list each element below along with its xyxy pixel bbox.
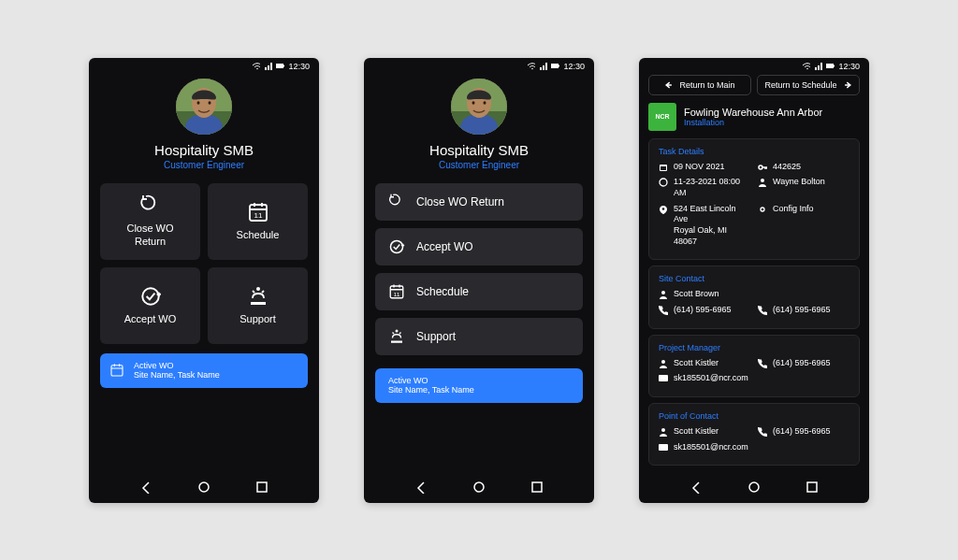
clock-label: 12:30 [838, 62, 860, 71]
status-bar: 12:30 [364, 58, 594, 75]
avatar[interactable] [451, 79, 507, 135]
signal-icon [264, 62, 272, 70]
back-button[interactable] [139, 481, 152, 494]
battery-icon [551, 62, 559, 70]
support-button[interactable]: Support [375, 318, 583, 355]
button-label: Close WO Return [416, 195, 504, 208]
clock-label: 12:30 [288, 62, 310, 71]
page-subtitle: Customer Engineer [100, 160, 308, 170]
accept-wo-tile[interactable]: Accept WO [100, 267, 200, 344]
schedule-tile[interactable]: Schedule [208, 183, 308, 260]
button-label: Accept WO [416, 240, 473, 253]
project-manager-card: Project Manager Scott Kistler (614) 595-… [648, 335, 860, 397]
android-nav-bar [364, 477, 594, 503]
phone-screen-details: 12:30 Return to Main Return to Schedule … [639, 58, 869, 503]
task-key: 442625 [758, 162, 849, 173]
active-wo-title: Active WO [388, 376, 474, 386]
battery-icon [276, 62, 284, 70]
poc-email[interactable]: sk185501@ncr.com [659, 442, 849, 453]
schedule-button[interactable]: Schecdule [375, 273, 583, 310]
company-name: Fowling Warehouse Ann Arbor [684, 107, 822, 118]
config-info-link[interactable]: Config Info [758, 204, 849, 248]
card-header: Project Manager [659, 343, 849, 352]
check-plus-icon [388, 238, 405, 255]
phone-screen-list: 12:30 Hospitality SMB Customer Engineer … [364, 58, 594, 503]
android-nav-bar [89, 477, 319, 503]
refresh-icon [388, 194, 405, 210]
tile-label: Support [240, 313, 276, 325]
contact-name: Scott Brown [659, 289, 849, 300]
active-wo-bar[interactable]: Active WO Site Name, Task Name [100, 353, 308, 389]
close-wo-return-button[interactable]: Close WO Return [375, 183, 583, 221]
card-header: Site Contact [659, 274, 849, 283]
calendar-icon [247, 201, 269, 223]
task-details-card: Task Details 09 NOV 2021 442625 11-23-20… [648, 138, 860, 261]
button-label: Return to Schedule [764, 80, 836, 90]
signal-icon [539, 62, 547, 70]
pm-name: Scott Kistler [659, 358, 750, 369]
wifi-icon [252, 62, 260, 70]
contact-phone[interactable]: (614) 595-6965 [659, 305, 750, 316]
arrow-left-icon [664, 80, 674, 90]
return-to-main-button[interactable]: Return to Main [648, 75, 751, 95]
tile-label: Close WO Return [126, 223, 173, 247]
button-label: Schecdule [416, 285, 469, 298]
pm-email[interactable]: sk185501@ncr.com [659, 373, 849, 384]
page-title: Hospitality SMB [100, 142, 308, 158]
site-contact-card: Site Contact Scott Brown (614) 595-6965 … [648, 266, 860, 328]
return-to-schedule-button[interactable]: Return to Schedule [757, 75, 860, 95]
accept-wo-button[interactable]: Accept WO [375, 228, 583, 266]
check-plus-icon [139, 285, 162, 308]
task-date: 09 NOV 2021 [659, 162, 750, 173]
back-button[interactable] [414, 481, 428, 494]
card-header: Point of Contact [659, 411, 849, 421]
task-address: 524 East Lincoln AveRoyal Oak, MI 48067 [659, 204, 750, 248]
signal-icon [814, 62, 822, 70]
battery-icon [826, 62, 835, 70]
contact-phone-alt[interactable]: (614) 595-6965 [758, 305, 849, 316]
refresh-icon [139, 194, 162, 217]
support-icon [247, 285, 269, 308]
android-nav-bar [639, 477, 869, 503]
close-wo-return-tile[interactable]: Close WO Return [100, 183, 200, 260]
task-datetime: 11-23-2021 08:00 AM [659, 177, 750, 198]
recents-button[interactable] [530, 481, 544, 494]
card-header: Task Details [659, 147, 849, 156]
home-button[interactable] [197, 481, 210, 494]
back-button[interactable] [689, 481, 703, 494]
company-header: NCR Fowling Warehouse Ann Arbor Installa… [648, 103, 860, 131]
button-label: Support [416, 330, 456, 343]
company-logo: NCR [648, 103, 676, 131]
wifi-icon [527, 62, 535, 70]
active-wo-subtitle: Site Name, Task Name [134, 370, 220, 381]
support-tile[interactable]: Support [208, 267, 308, 344]
recents-button[interactable] [806, 481, 819, 494]
calendar-icon [109, 363, 124, 378]
poc-phone[interactable]: (614) 595-6965 [758, 426, 849, 438]
calendar-icon [388, 283, 405, 300]
active-wo-bar[interactable]: Active WO Site Name, Task Name [375, 368, 583, 404]
support-icon [388, 328, 405, 345]
active-wo-subtitle: Site Name, Task Name [388, 385, 474, 395]
wifi-icon [802, 62, 810, 70]
recents-button[interactable] [255, 481, 269, 494]
clock-label: 12:30 [563, 62, 585, 71]
point-of-contact-card: Point of Contact Scott Kistler (614) 595… [648, 403, 860, 466]
tile-label: Schedule [237, 229, 280, 241]
active-wo-title: Active WO [134, 361, 220, 371]
avatar[interactable] [176, 79, 232, 135]
button-label: Return to Main [679, 80, 734, 90]
task-assignee: Wayne Bolton [758, 177, 849, 198]
page-title: Hospitality SMB [375, 142, 583, 158]
job-type: Installation [684, 118, 822, 127]
arrow-right-icon [843, 80, 852, 90]
pm-phone[interactable]: (614) 595-6965 [758, 358, 849, 369]
home-button[interactable] [748, 481, 761, 494]
poc-name: Scott Kistler [659, 426, 750, 438]
tile-label: Accept WO [124, 313, 177, 325]
home-button[interactable] [472, 481, 486, 494]
page-subtitle: Customer Engineer [375, 160, 583, 170]
status-bar: 12:30 [639, 58, 869, 75]
status-bar: 12:30 [89, 58, 319, 75]
phone-screen-grid: 12:30 Hospitality SMB Customer Engineer … [89, 58, 319, 503]
